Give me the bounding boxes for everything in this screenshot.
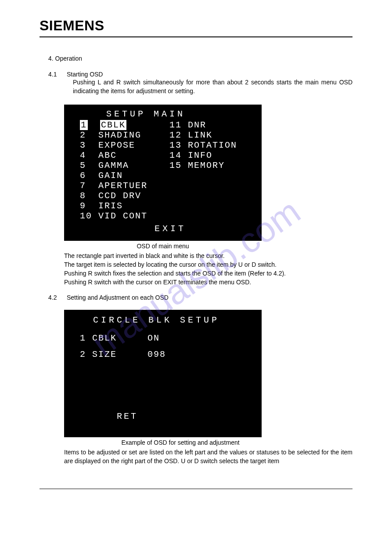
osd-main-caption: OSD of main menu [64, 243, 262, 250]
osd-value: 098 [147, 349, 166, 359]
osd-item[interactable]: 10 VID CONT [80, 211, 159, 221]
footer-rule [40, 489, 352, 489]
brand-logo: SIEMENS [40, 18, 352, 37]
osd-item[interactable]: 9 IRIS [80, 201, 159, 211]
osd-item-num-selected: 1 [80, 120, 88, 130]
osd-item[interactable]: 6 GAIN [80, 170, 159, 181]
subsection-4-2: 4.2 Setting and Adjustment on each OSD [48, 294, 352, 301]
osd-item[interactable]: 7 APERTUER [80, 181, 159, 191]
osd-detail-menu: CIRCLE BLK SETUP 1 CBLK ON 2 SIZE 098 RE… [64, 310, 262, 437]
osd-detail-title: CIRCLE BLK SETUP [80, 315, 253, 325]
osd-main-menu: SETUP MAIN 1 CBLK 2 SHADING 3 EXPOSE 4 A… [64, 105, 262, 241]
osd-title: SETUP MAIN [80, 109, 253, 119]
subsection-title: Starting OSD [67, 71, 103, 78]
page: SIEMENS 4. Operation 4.1 Starting OSD Pu… [0, 0, 392, 555]
section-title: Operation [55, 55, 82, 62]
osd-item[interactable]: 5 GAMMA [80, 160, 159, 170]
osd-detail-row[interactable]: 1 CBLK ON [80, 333, 253, 343]
osd-exit[interactable]: EXIT [80, 224, 253, 234]
osd-item[interactable]: 2 SHADING [80, 130, 159, 140]
osd-ret[interactable]: RET [117, 411, 138, 421]
post-osd-line-1: The rectangle part inverted in black and… [64, 251, 352, 260]
osd-item-label-selected: CBLK [100, 120, 126, 130]
osd-right-column: 11 DNR 12 LINK 13 ROTATION 14 INFO 15 ME… [169, 120, 237, 221]
subsection-number: 4.2 [48, 294, 61, 301]
osd-item[interactable]: 14 INFO [169, 150, 237, 160]
osd-left-column: 1 CBLK 2 SHADING 3 EXPOSE 4 ABC 5 GAMMA … [80, 120, 159, 221]
section-number: 4. [48, 55, 54, 62]
subsection-paragraph: Pushing L and R switch simultaneously fo… [73, 78, 352, 96]
osd-item[interactable]: 13 ROTATION [169, 140, 237, 150]
osd-item[interactable]: 8 CCD DRV [80, 191, 159, 201]
subsection-number: 4.1 [48, 71, 61, 78]
osd-item[interactable]: 11 DNR [169, 120, 237, 130]
section-heading: 4. Operation [48, 55, 352, 62]
subsection-title: Setting and Adjustment on each OSD [67, 294, 169, 301]
osd-item[interactable]: 15 MEMORY [169, 160, 237, 170]
post-osd-line-4: Pushing R switch with the cursor on EXIT… [64, 278, 352, 287]
post-osd2-paragraph: Items to be adjusted or set are listed o… [64, 448, 352, 466]
osd-value-selected: ON [147, 333, 160, 343]
osd-detail-caption: Example of OSD for setting and adjustmen… [64, 439, 279, 446]
osd-item[interactable]: 12 LINK [169, 130, 237, 140]
osd-item[interactable]: 1 CBLK [80, 120, 159, 130]
osd-detail-row[interactable]: 2 SIZE 098 [80, 349, 253, 359]
subsection-4-1: 4.1 Starting OSD Pushing L and R switch … [48, 71, 352, 96]
osd-item[interactable]: 3 EXPOSE [80, 140, 159, 150]
osd-item[interactable]: 4 ABC [80, 150, 159, 160]
post-osd-line-3: Pushing R switch fixes the selection and… [64, 269, 352, 278]
post-osd-line-2: The target item is selected by locating … [64, 260, 352, 269]
